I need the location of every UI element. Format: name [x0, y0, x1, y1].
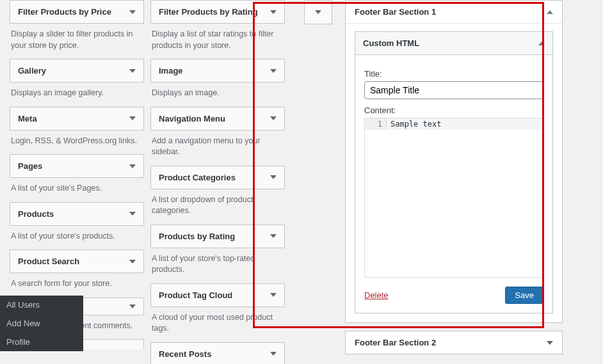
title-input[interactable] — [364, 81, 543, 99]
available-widget[interactable]: Meta — [10, 107, 144, 131]
available-widget[interactable]: Filter Products by Price — [10, 0, 144, 24]
available-widget[interactable]: Gallery — [10, 59, 144, 83]
chevron-down-icon — [270, 69, 277, 73]
widget-name: Product Categories — [159, 173, 236, 182]
chevron-down-icon — [270, 116, 277, 120]
admin-submenu: All Users Add New Profile — [0, 296, 83, 351]
widget-description: A list or dropdown of product categories… — [150, 189, 285, 225]
chevron-down-icon — [129, 212, 136, 216]
collapsed-widget-area[interactable] — [304, 0, 332, 24]
widget-name: Pages — [18, 161, 42, 171]
widget-title: Custom HTML — [363, 38, 419, 48]
line-number: 1 — [365, 118, 387, 130]
widget-name: Recent Posts — [159, 349, 211, 359]
widget-description: Displays an image gallery. — [10, 83, 144, 107]
chevron-up-icon — [547, 10, 553, 14]
widget-description: A list of your store's top-rated product… — [150, 248, 285, 283]
widget-header[interactable]: Products — [10, 203, 143, 225]
widget-header[interactable]: Product Search — [10, 250, 143, 273]
widget-name: Filter Products by Rating — [159, 7, 258, 17]
widget-name: Products by Rating — [159, 232, 235, 241]
available-widget[interactable]: Navigation Menu — [150, 107, 285, 131]
available-widget[interactable]: Products by Rating — [150, 225, 285, 248]
widget-description: A search form for your store. — [10, 273, 144, 297]
widget-name: Gallery — [18, 66, 46, 75]
chevron-down-icon — [270, 352, 277, 356]
widget-header[interactable]: Product Tag Cloud — [151, 284, 284, 306]
widget-name: Product Tag Cloud — [159, 290, 232, 300]
available-widget[interactable]: Filter Products by Rating — [150, 0, 285, 24]
widget-header[interactable]: Meta — [10, 107, 143, 130]
section-header[interactable]: Footer Bar Section 2 — [346, 331, 562, 354]
menu-all-users[interactable]: All Users — [0, 296, 83, 314]
footer-bar-section-1: Footer Bar Section 1 Custom HTML Title: — [345, 0, 563, 323]
widget-description: Add a navigation menu to your sidebar. — [150, 131, 285, 166]
widget-header[interactable]: Products by Rating — [151, 225, 284, 248]
code-content[interactable]: Sample text — [387, 118, 543, 130]
widget-name: Meta — [18, 114, 37, 123]
available-widget[interactable]: Recent Posts — [150, 342, 285, 365]
chevron-down-icon — [270, 175, 277, 179]
chevron-down-icon — [270, 293, 277, 297]
widget-description: A cloud of your most used product tags. — [150, 307, 285, 342]
title-label: Title: — [364, 69, 543, 79]
widget-header[interactable]: Image — [151, 59, 284, 82]
chevron-down-icon — [270, 234, 277, 238]
footer-bar-section-2: Footer Bar Section 2 — [345, 331, 563, 354]
widget-header[interactable]: Product Categories — [151, 166, 284, 189]
widget-description: A list of your store's products. — [10, 226, 144, 250]
widget-name: Navigation Menu — [159, 114, 225, 123]
chevron-down-icon — [129, 305, 136, 308]
chevron-down-icon — [129, 116, 136, 120]
section-header[interactable]: Footer Bar Section 1 — [346, 1, 562, 24]
widget-description: Display a slider to filter products in y… — [10, 24, 144, 59]
available-widget[interactable]: Image — [150, 59, 285, 83]
widget-description: Displays an image. — [150, 83, 285, 107]
chevron-up-icon — [538, 42, 545, 45]
widget-name: Product Search — [18, 257, 79, 266]
widget-header[interactable]: Navigation Menu — [151, 107, 284, 130]
chevron-down-icon — [547, 341, 553, 345]
menu-add-new[interactable]: Add New — [0, 314, 83, 333]
chevron-down-icon — [129, 69, 136, 73]
section-title: Footer Bar Section 1 — [355, 7, 436, 17]
widget-description: Display a list of star ratings to filter… — [150, 24, 285, 59]
widget-header[interactable]: Gallery — [10, 59, 143, 82]
content-label: Content: — [364, 106, 543, 115]
available-widget[interactable]: Product Tag Cloud — [150, 283, 285, 307]
widget-header[interactable]: Filter Products by Price — [10, 1, 143, 23]
widget-name: Image — [159, 66, 183, 75]
widget-header[interactable]: Recent Posts — [151, 343, 284, 365]
widget-header[interactable]: Pages — [10, 155, 143, 177]
available-widget[interactable]: Product Categories — [150, 166, 285, 189]
widget-name: Filter Products by Price — [18, 7, 111, 17]
content-editor[interactable]: 1 Sample text — [364, 118, 543, 278]
section-title: Footer Bar Section 2 — [355, 338, 436, 347]
chevron-down-icon — [129, 260, 136, 264]
chevron-down-icon — [315, 10, 321, 14]
widget-name: Products — [18, 209, 54, 219]
menu-profile[interactable]: Profile — [0, 333, 83, 351]
custom-html-widget: Custom HTML Title: Content: 1 — [355, 31, 553, 313]
chevron-down-icon — [270, 10, 277, 14]
save-button[interactable]: Save — [505, 287, 543, 304]
widget-header[interactable]: Custom HTML — [355, 32, 552, 55]
chevron-down-icon — [129, 164, 136, 168]
available-widget[interactable]: Pages — [10, 154, 144, 178]
widget-description: Login, RSS, & WordPress.org links. — [10, 131, 144, 155]
widget-header[interactable]: Filter Products by Rating — [151, 1, 284, 23]
widget-description: A list of your site's Pages. — [10, 178, 144, 202]
available-widget[interactable]: Products — [10, 202, 144, 226]
available-widget[interactable]: Product Search — [10, 249, 144, 273]
chevron-down-icon — [129, 10, 136, 14]
delete-button[interactable]: Delete — [364, 290, 389, 300]
